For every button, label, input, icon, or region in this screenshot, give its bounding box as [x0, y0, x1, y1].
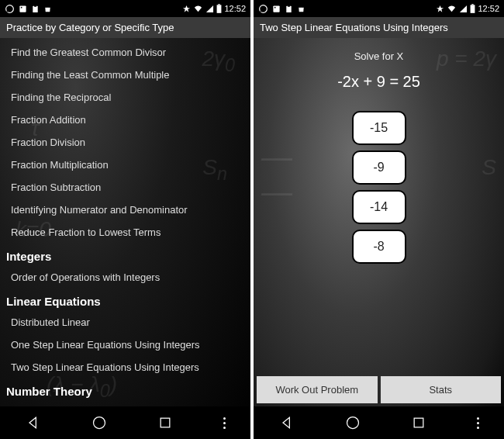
- svg-point-16: [347, 417, 358, 429]
- home-icon[interactable]: [345, 415, 361, 430]
- nav-bar: [0, 406, 250, 439]
- wifi-icon: [447, 5, 457, 13]
- recent-icon[interactable]: [411, 415, 426, 430]
- answer-button[interactable]: -8: [352, 230, 406, 264]
- shop-icon: [297, 5, 306, 13]
- svg-rect-10: [273, 5, 279, 12]
- list-item[interactable]: Fraction Multiplication: [0, 154, 250, 176]
- svg-point-11: [274, 6, 276, 8]
- menu-icon[interactable]: [223, 417, 226, 429]
- list-item[interactable]: Reduce Fraction to Lowest Terms: [0, 221, 250, 244]
- whatsapp-icon: [5, 4, 15, 14]
- back-icon[interactable]: [26, 415, 41, 430]
- clock: 12:52: [224, 4, 246, 13]
- signal-icon: [205, 5, 214, 13]
- signal-icon: [459, 5, 468, 13]
- wifi-icon: [193, 5, 203, 13]
- svg-rect-15: [472, 4, 474, 5]
- equation: -2x + 9 = 25: [337, 73, 420, 91]
- recent-icon[interactable]: [157, 415, 173, 430]
- list-item[interactable]: Identifying Numerator and Denominator: [0, 199, 250, 221]
- prompt: Solve for X: [354, 50, 404, 62]
- svg-rect-17: [414, 418, 423, 427]
- svg-rect-5: [217, 5, 222, 12]
- svg-rect-6: [219, 4, 220, 5]
- category-header: Integers: [0, 244, 250, 266]
- shop-icon: [43, 5, 52, 13]
- list-item[interactable]: Distributed Linear: [0, 311, 250, 334]
- svg-rect-8: [161, 418, 170, 427]
- list-item[interactable]: Fraction Addition: [0, 109, 250, 131]
- list-item[interactable]: Find the Greatest Common Divisor: [0, 41, 250, 64]
- svg-point-2: [21, 6, 22, 8]
- list-item[interactable]: Fraction Division: [0, 131, 250, 154]
- stats-button[interactable]: Stats: [381, 376, 502, 403]
- clipboard-icon: [31, 5, 40, 13]
- workout-button[interactable]: Work Out Problem: [257, 376, 378, 403]
- phone-left: 2γ0 τ Sn k=0 (λ − λ0) 12:52 Practice by …: [0, 0, 250, 439]
- list-item[interactable]: Finding the Least Common Multiple: [0, 64, 250, 86]
- list-item[interactable]: Fraction Subtraction: [0, 176, 250, 199]
- header-left: Practice by Category or Specific Type: [0, 17, 250, 38]
- whatsapp-icon: [258, 4, 268, 14]
- image-icon: [19, 5, 27, 13]
- header-right: Two Step Linear Equations Using Integers: [254, 17, 504, 38]
- battery-icon: [470, 4, 475, 13]
- list-item[interactable]: Two Step Linear Equations Using Integers: [0, 356, 250, 379]
- battery-icon: [216, 4, 222, 13]
- list-item[interactable]: One Step Linear Equations Using Integers: [0, 334, 250, 356]
- svg-rect-14: [471, 5, 475, 12]
- svg-rect-12: [286, 5, 291, 12]
- clock: 12:52: [478, 4, 499, 13]
- back-icon[interactable]: [279, 415, 295, 430]
- bottom-buttons: Work Out Problem Stats: [254, 373, 504, 406]
- answer-list: -15-9-14-8: [352, 111, 406, 264]
- category-header: Number Theory: [0, 379, 250, 401]
- list-item[interactable]: Order of Operations with Integers: [0, 266, 250, 289]
- nav-bar: [254, 406, 504, 439]
- svg-rect-4: [34, 5, 36, 6]
- image-icon: [272, 5, 281, 13]
- svg-rect-13: [288, 5, 290, 6]
- clipboard-icon: [285, 5, 293, 13]
- star-icon: [436, 5, 444, 13]
- svg-rect-3: [33, 5, 37, 12]
- answer-button[interactable]: -14: [352, 190, 406, 224]
- menu-icon[interactable]: [477, 417, 479, 429]
- phone-right: p = 2γ —— S 12:52 Two Step Linear Equati…: [254, 0, 504, 439]
- status-bar: 12:52: [254, 0, 504, 17]
- list-item[interactable]: Classifying Rational Numbers: [0, 401, 250, 406]
- svg-rect-1: [19, 5, 26, 12]
- star-icon: [182, 5, 191, 13]
- svg-point-7: [93, 417, 105, 429]
- status-bar: 12:52: [0, 0, 250, 17]
- answer-button[interactable]: -9: [352, 150, 406, 185]
- home-icon[interactable]: [91, 415, 107, 430]
- category-header: Linear Equations: [0, 289, 250, 311]
- solve-area: Solve for X -2x + 9 = 25 -15-9-14-8: [254, 38, 504, 373]
- category-list[interactable]: Find the Greatest Common DivisorFinding …: [0, 38, 250, 406]
- list-item[interactable]: Finding the Reciprocal: [0, 86, 250, 109]
- answer-button[interactable]: -15: [352, 111, 406, 145]
